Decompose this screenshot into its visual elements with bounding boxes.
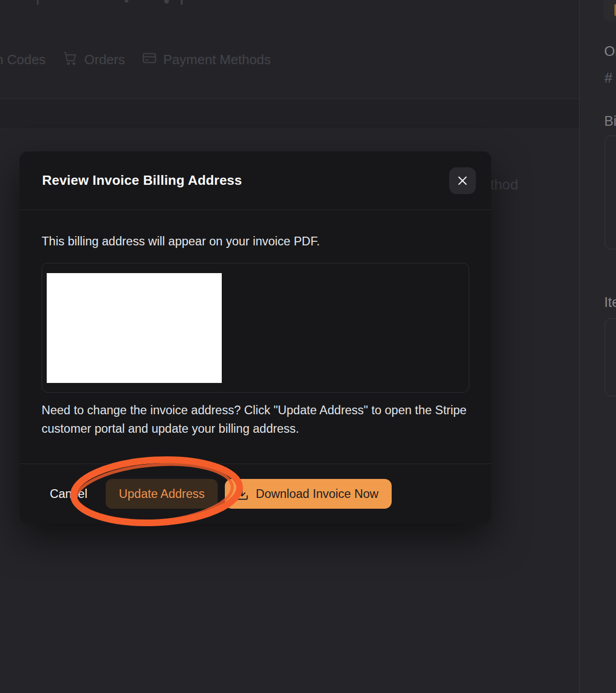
right-panel: Or # Bi Ite bbox=[579, 0, 616, 693]
download-invoice-label: Download Invoice Now bbox=[256, 487, 378, 501]
clipped-text-fragment bbox=[125, 0, 128, 3]
background-divider-band bbox=[0, 99, 579, 128]
panel-billing-card bbox=[605, 136, 616, 249]
download-invoice-button[interactable]: Download Invoice Now bbox=[225, 479, 392, 509]
credit-card-icon bbox=[142, 50, 157, 69]
panel-order-number: # bbox=[604, 70, 612, 86]
modal-header: Review Invoice Billing Address bbox=[20, 151, 491, 210]
download-icon bbox=[235, 487, 249, 501]
tab-codes-label: n Codes bbox=[0, 52, 46, 68]
close-icon bbox=[456, 175, 469, 187]
clipped-text-fragment bbox=[37, 0, 38, 5]
close-button[interactable] bbox=[449, 167, 476, 194]
panel-order-heading: Or bbox=[604, 44, 616, 60]
clipped-heading-payment-method: thod bbox=[490, 177, 518, 193]
modal-title: Review Invoice Billing Address bbox=[42, 172, 242, 188]
tab-orders-label: Orders bbox=[84, 52, 125, 68]
clipped-text-fragment bbox=[164, 0, 169, 4]
intro-text: This billing address will appear on your… bbox=[42, 235, 469, 248]
review-invoice-modal: Review Invoice Billing Address This bill… bbox=[20, 151, 491, 524]
update-address-button[interactable]: Update Address bbox=[106, 479, 218, 509]
modal-footer: Cancel Update Address Download Invoice N… bbox=[20, 464, 491, 524]
panel-items-label: Ite bbox=[604, 295, 616, 311]
billing-address-preview bbox=[42, 263, 469, 393]
redacted-address-block bbox=[47, 273, 222, 383]
clipped-panel-button[interactable] bbox=[603, 0, 616, 22]
cart-icon bbox=[63, 50, 78, 69]
tab-payment-methods[interactable]: Payment Methods bbox=[142, 49, 271, 70]
panel-items-card bbox=[605, 318, 616, 396]
page: n Codes Orders bbox=[0, 0, 616, 693]
tab-payment-methods-label: Payment Methods bbox=[163, 52, 271, 68]
clipped-text-fragment bbox=[181, 0, 183, 5]
help-text: Need to change the invoice address? Clic… bbox=[42, 401, 469, 438]
modal-body: This billing address will appear on your… bbox=[20, 210, 491, 464]
tab-codes[interactable]: n Codes bbox=[0, 49, 46, 70]
panel-billing-label: Bi bbox=[604, 113, 616, 129]
cancel-button[interactable]: Cancel bbox=[50, 487, 87, 501]
tab-orders[interactable]: Orders bbox=[63, 49, 125, 70]
